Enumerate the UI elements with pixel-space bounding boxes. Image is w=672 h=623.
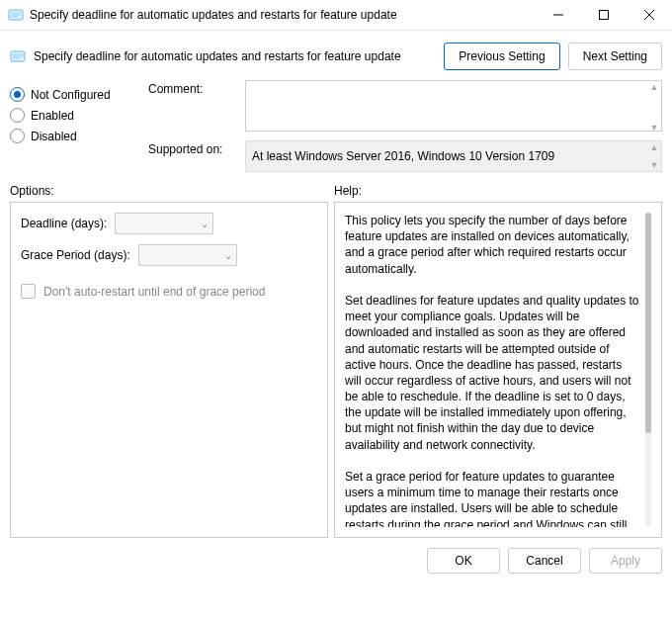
svg-rect-5	[600, 11, 609, 20]
state-radios: Not Configured Enabled Disabled	[10, 80, 138, 178]
minimize-button[interactable]	[536, 0, 581, 30]
options-section-label: Options:	[10, 184, 328, 198]
help-text: This policy lets you specify the number …	[345, 213, 641, 527]
dialog-footer: OK Cancel Apply	[0, 538, 672, 574]
policy-header: Specify deadline for automatic updates a…	[0, 31, 672, 76]
title-bar: Specify deadline for automatic updates a…	[0, 0, 672, 31]
radio-icon	[10, 87, 25, 102]
no-auto-restart-checkbox[interactable]: Don't auto-restart until end of grace pe…	[21, 284, 317, 299]
radio-icon	[10, 108, 25, 123]
checkbox-label: Don't auto-restart until end of grace pe…	[43, 285, 265, 299]
group-policy-icon	[10, 48, 26, 64]
radio-enabled[interactable]: Enabled	[10, 108, 138, 123]
radio-label: Disabled	[31, 130, 77, 143]
deadline-combobox[interactable]: ⌄	[115, 213, 213, 234]
help-section-label: Help:	[334, 184, 662, 198]
scroll-arrows-icon: ▲▼	[648, 82, 660, 133]
maximize-button[interactable]	[581, 0, 627, 30]
previous-setting-button[interactable]: Previous Setting	[444, 43, 559, 70]
scroll-arrows-icon: ▲▼	[648, 142, 660, 170]
chevron-down-icon: ⌄	[224, 250, 232, 261]
radio-icon	[10, 129, 25, 143]
radio-not-configured[interactable]: Not Configured	[10, 87, 138, 102]
config-section: Not Configured Enabled Disabled Comment:…	[0, 76, 672, 178]
body-columns: Options: Deadline (days): ⌄ Grace Period…	[0, 178, 672, 538]
grace-period-combobox[interactable]: ⌄	[138, 244, 237, 266]
scrollbar-thumb[interactable]	[645, 213, 651, 433]
comment-label: Comment:	[148, 80, 237, 134]
help-scrollbar[interactable]	[645, 213, 651, 527]
group-policy-icon	[8, 7, 24, 23]
ok-button[interactable]: OK	[427, 548, 500, 574]
supported-on-value: At least Windows Server 2016, Windows 10…	[245, 140, 662, 172]
radio-label: Not Configured	[31, 88, 111, 102]
options-panel: Deadline (days): ⌄ Grace Period (days): …	[10, 202, 328, 538]
radio-disabled[interactable]: Disabled	[10, 129, 138, 143]
grace-period-label: Grace Period (days):	[21, 248, 130, 262]
close-button[interactable]	[627, 0, 672, 30]
supported-on-label: Supported on:	[148, 140, 237, 172]
comment-input[interactable]	[245, 80, 662, 132]
next-setting-button[interactable]: Next Setting	[568, 43, 662, 70]
cancel-button[interactable]: Cancel	[508, 548, 581, 574]
checkbox-icon	[21, 284, 36, 299]
window-title: Specify deadline for automatic updates a…	[30, 8, 536, 22]
deadline-label: Deadline (days):	[21, 217, 107, 230]
help-panel: This policy lets you specify the number …	[334, 202, 662, 538]
policy-subtitle: Specify deadline for automatic updates a…	[34, 49, 436, 63]
radio-label: Enabled	[31, 109, 74, 123]
apply-button[interactable]: Apply	[589, 548, 662, 574]
chevron-down-icon: ⌄	[201, 219, 209, 229]
